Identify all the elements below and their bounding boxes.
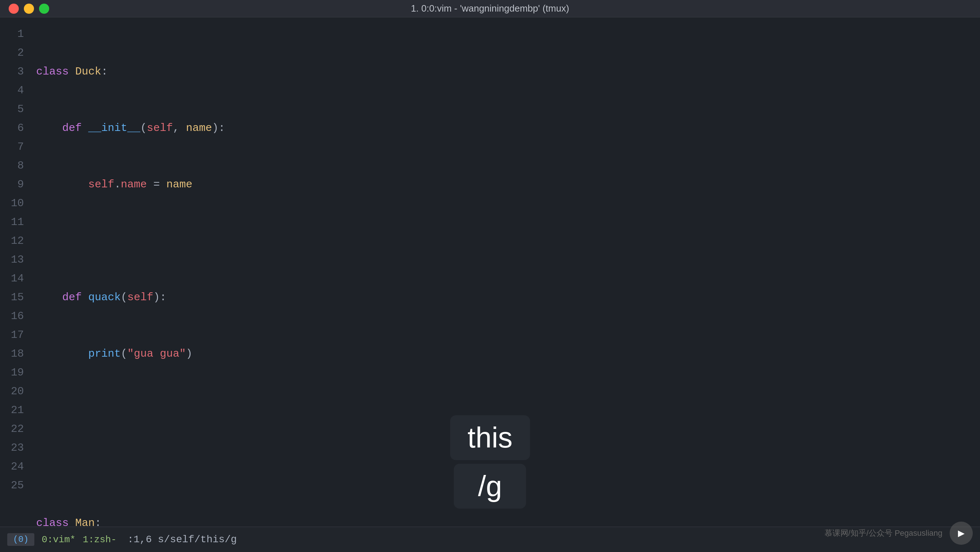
traffic-lights [9, 4, 49, 14]
window-title: 1. 0:0:vim - 'wangniningdembp' (tmux) [411, 3, 569, 14]
code-line-1: class Duck: [36, 62, 980, 81]
line-numbers: 1 2 3 4 5 6 7 8 9 10 11 12 13 14 15 16 1… [0, 17, 33, 527]
tooltip-this: this [450, 415, 530, 460]
maximize-button[interactable] [39, 4, 49, 14]
status-left: (0) 0:vim* 1:zsh- [7, 533, 116, 546]
code-line-3: self.name = name [36, 175, 980, 194]
tooltip-g: /g [454, 464, 526, 509]
code-line-2: def __init__(self, name): [36, 119, 980, 137]
minimize-button[interactable] [24, 4, 34, 14]
code-line-6: print("gua gua") [36, 344, 980, 363]
watermark-text: 慕课网/知乎/公众号 Pegasusliang [824, 528, 942, 539]
code-line-4 [36, 232, 980, 250]
overlay-container: this /g [450, 415, 530, 509]
shell-label: 1:zsh- [83, 534, 117, 545]
title-bar: 1. 0:0:vim - 'wangniningdembp' (tmux) [0, 0, 980, 17]
play-button[interactable]: ▶ [950, 522, 973, 545]
code-line-5: def quack(self): [36, 288, 980, 307]
tmux-indicator: (0) [7, 533, 34, 546]
watermark: 慕课网/知乎/公众号 Pegasusliang ▶ [824, 522, 973, 545]
close-button[interactable] [9, 4, 19, 14]
session-label: 0:vim* [41, 534, 76, 545]
command-input[interactable]: :1,6 s/self/this/g [127, 534, 239, 545]
